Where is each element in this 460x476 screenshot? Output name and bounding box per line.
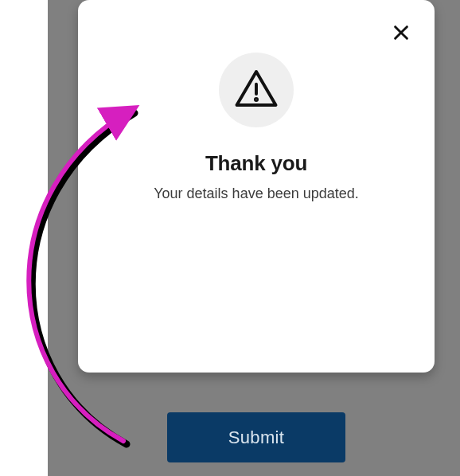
warning-triangle-icon xyxy=(234,68,279,111)
submit-button[interactable]: Submit xyxy=(167,412,345,462)
modal-message: Your details have been updated. xyxy=(154,185,359,202)
close-button[interactable] xyxy=(387,19,415,48)
alert-icon-circle xyxy=(219,53,294,127)
close-icon xyxy=(392,24,410,44)
svg-point-3 xyxy=(255,99,257,100)
modal-title: Thank you xyxy=(205,151,307,176)
confirmation-modal: Thank you Your details have been updated… xyxy=(78,0,435,373)
